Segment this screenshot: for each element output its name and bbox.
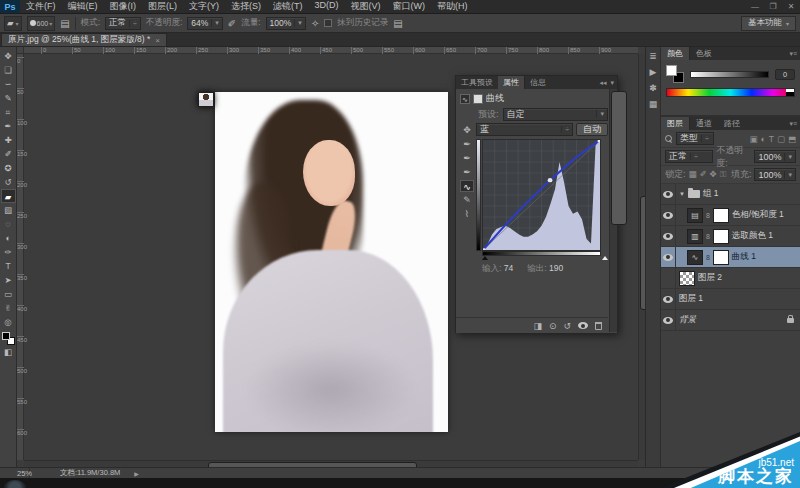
menu-item[interactable]: 视图(V): [345, 0, 387, 13]
menu-item[interactable]: 文件(F): [20, 0, 62, 13]
menu-item[interactable]: 图层(L): [142, 0, 183, 13]
filter-pixel-icon[interactable]: ▣: [750, 134, 758, 144]
tool-type[interactable]: T: [1, 259, 16, 273]
photo-document[interactable]: [215, 92, 448, 432]
layer-visibility-toggle[interactable]: [661, 226, 676, 246]
layer-mask-thumbnail[interactable]: [713, 229, 729, 244]
draw-curve-pencil-tool-icon[interactable]: ✎: [460, 194, 474, 206]
tool-quick-selection[interactable]: ✎: [1, 91, 16, 105]
panel-scrollbar[interactable]: [609, 89, 617, 332]
tool-shape[interactable]: ▭: [1, 287, 16, 301]
workspace-switcher-button[interactable]: 基本功能 ▾: [741, 16, 796, 31]
panel-menu-icon[interactable]: ▾≡: [789, 120, 800, 128]
document-tab[interactable]: 原片.jpg @ 25%(曲线 1, 图层蒙版/8) * ×: [1, 33, 167, 46]
tool-history-brush[interactable]: ↺: [1, 175, 16, 189]
white-point-eyedropper-icon[interactable]: ✒: [460, 166, 474, 178]
layer-row[interactable]: ∿8曲线 1: [661, 247, 800, 268]
adjustment-thumbnail[interactable]: ∿: [687, 250, 703, 265]
panel-menu-icon[interactable]: ▾: [610, 79, 614, 87]
clip-to-layer-icon[interactable]: ◨: [533, 321, 542, 331]
edit-points-curve-tool-icon[interactable]: ∿: [460, 180, 474, 192]
menu-item[interactable]: 图像(I): [104, 0, 143, 13]
view-previous-state-icon[interactable]: ⊙: [549, 321, 557, 331]
filter-smart-icon[interactable]: ⬒: [788, 134, 796, 144]
menu-item[interactable]: 编辑(E): [62, 0, 104, 13]
white-point-slider[interactable]: [602, 256, 608, 260]
layer-row[interactable]: ▤8色相/饱和度 1: [661, 205, 800, 226]
tab-properties[interactable]: 属性: [498, 76, 525, 89]
tab-tool-presets[interactable]: 工具预设: [456, 76, 498, 89]
airbrush-icon[interactable]: ✧: [311, 18, 319, 29]
layer-visibility-toggle[interactable]: [661, 289, 676, 309]
layer-visibility-toggle[interactable]: [661, 268, 676, 288]
menu-item[interactable]: 窗口(W): [387, 0, 432, 13]
tool-lasso[interactable]: ∽: [1, 77, 16, 91]
tool-path-selection[interactable]: ➤: [1, 273, 16, 287]
minimize-button[interactable]: —: [746, 2, 764, 11]
filter-shape-icon[interactable]: ▢: [777, 134, 785, 144]
blend-mode-select[interactable]: 正常 ÷: [665, 150, 713, 163]
smooth-curve-tool-icon[interactable]: ⌇: [460, 208, 474, 220]
status-options-arrow-icon[interactable]: ▶: [134, 470, 139, 477]
layer-mask-thumbnail[interactable]: [713, 208, 729, 223]
tab-paths[interactable]: 路径: [718, 117, 746, 130]
current-tool-button[interactable]: ▰ ▾: [4, 16, 22, 31]
layer-opacity-field[interactable]: 100% ▾: [754, 150, 796, 163]
tool-quick-mask[interactable]: ◧: [1, 345, 16, 359]
tool-crop[interactable]: ⌗: [1, 105, 16, 119]
layer-row[interactable]: 背景: [661, 310, 800, 331]
reset-icon[interactable]: ↺: [563, 321, 571, 331]
menu-item[interactable]: 3D(D): [309, 0, 345, 13]
tool-healing-brush[interactable]: ✚: [1, 133, 16, 147]
delete-adjustment-icon[interactable]: [595, 322, 602, 330]
filter-type-icon[interactable]: T: [769, 134, 774, 144]
layer-row[interactable]: 图层 1: [661, 289, 800, 310]
preset-select[interactable]: 自定 ▾: [503, 108, 608, 121]
brush-preset-picker[interactable]: 600 ▾: [27, 16, 56, 31]
close-tab-icon[interactable]: ×: [155, 36, 160, 45]
mode-select[interactable]: 正常 ÷: [105, 17, 141, 30]
toggle-brush-panel-icon[interactable]: ▤: [60, 18, 69, 29]
layer-visibility-toggle[interactable]: [661, 184, 676, 204]
styles-icon[interactable]: ✽: [649, 83, 657, 93]
tool-blur[interactable]: ◌: [1, 217, 16, 231]
zoom-level-field[interactable]: 25%: [0, 468, 30, 478]
curves-graph[interactable]: [482, 139, 601, 251]
layer-row[interactable]: ▥8选取颜色 1: [661, 226, 800, 247]
flow-field[interactable]: 100% ▾: [266, 17, 306, 30]
fill-field[interactable]: 100% ▾: [754, 168, 796, 181]
grayscale-slider[interactable]: [690, 71, 769, 78]
tab-swatches[interactable]: 色板: [690, 47, 718, 60]
tool-gradient[interactable]: ▧: [1, 203, 16, 217]
tiles-icon[interactable]: ▦: [649, 99, 658, 109]
foreground-background-swatches[interactable]: [666, 65, 684, 83]
tool-eyedropper[interactable]: ✒: [1, 119, 16, 133]
layer-row[interactable]: ▼组 1: [661, 184, 800, 205]
filter-adjustment-icon[interactable]: ◐: [761, 134, 766, 144]
menu-item[interactable]: 选择(S): [225, 0, 267, 13]
tablet-pressure-opacity-icon[interactable]: ✐: [228, 18, 236, 29]
tool-hand[interactable]: ✌: [1, 301, 16, 315]
toggle-visibility-eye-icon[interactable]: [578, 322, 588, 329]
lock-all-icon[interactable]: ⚿: [720, 169, 726, 180]
layer-visibility-toggle[interactable]: [661, 205, 676, 225]
tool-eraser[interactable]: ▰: [1, 189, 16, 203]
lock-transparent-icon[interactable]: ▦: [688, 169, 696, 180]
menu-item[interactable]: 文字(Y): [183, 0, 225, 13]
history-icon[interactable]: ≣: [649, 51, 657, 61]
adjustment-thumbnail[interactable]: ▥: [687, 229, 703, 244]
actions-icon[interactable]: ▶: [649, 67, 656, 77]
tab-color[interactable]: 颜色: [661, 47, 690, 60]
foreground-color-swatch[interactable]: [666, 65, 677, 76]
erase-to-history-checkbox[interactable]: [324, 19, 332, 27]
opacity-field[interactable]: 64% ▾: [187, 17, 223, 30]
restore-button[interactable]: ❐: [764, 2, 782, 11]
channel-select[interactable]: 蓝 ÷: [476, 123, 573, 136]
black-point-eyedropper-icon[interactable]: ✒: [460, 138, 474, 150]
brush-panel-toggle-icon[interactable]: ▤: [393, 18, 402, 29]
black-point-slider[interactable]: [482, 256, 488, 260]
lock-paint-icon[interactable]: ✐: [699, 169, 706, 180]
tool-dodge[interactable]: ◐: [1, 231, 16, 245]
targeted-adjustment-tool-icon[interactable]: ✥: [460, 124, 474, 136]
tab-layers[interactable]: 图层: [661, 117, 690, 130]
